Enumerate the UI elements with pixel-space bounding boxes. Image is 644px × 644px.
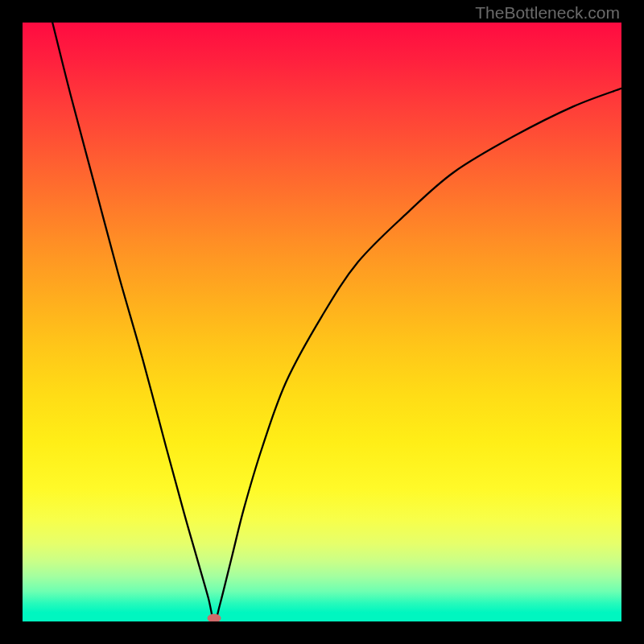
curve-layer: [23, 23, 621, 621]
chart-frame: TheBottleneck.com: [0, 0, 644, 644]
watermark-text: TheBottleneck.com: [475, 3, 620, 23]
bottleneck-curve: [52, 23, 621, 621]
optimum-marker: [208, 614, 221, 622]
plot-area: [23, 23, 621, 621]
